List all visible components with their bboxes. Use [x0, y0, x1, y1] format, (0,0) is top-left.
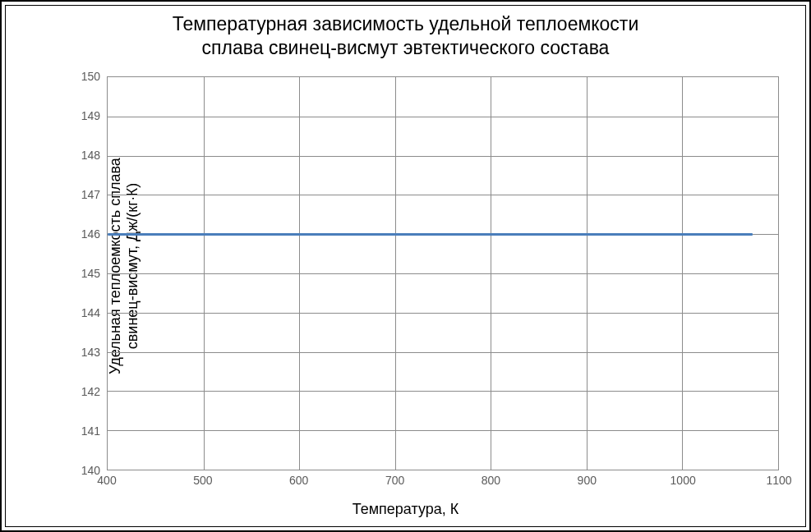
- y-tick-label: 148: [81, 149, 100, 162]
- chart-title-line2: сплава свинец-висмут эвтектического сост…: [202, 37, 610, 58]
- y-tick-label: 141: [81, 424, 100, 438]
- chart-inner-frame: Температурная зависимость удельной тепло…: [5, 5, 806, 527]
- data-series-line: [108, 233, 753, 236]
- x-axis-ticks: 40050060070080090010001100: [107, 474, 779, 490]
- y-tick-label: 146: [81, 227, 100, 241]
- x-tick-label: 1000: [670, 474, 696, 487]
- plot-area: [107, 76, 779, 470]
- x-tick-label: 800: [482, 474, 500, 487]
- y-tick-label: 149: [81, 109, 100, 122]
- grid-horizontal: [108, 156, 778, 157]
- x-axis-label: Температура, К: [6, 501, 805, 518]
- chart-title-line1: Температурная зависимость удельной тепло…: [173, 13, 639, 34]
- y-tick-label: 142: [81, 385, 100, 398]
- grid-horizontal: [108, 391, 778, 392]
- grid-horizontal: [108, 313, 778, 314]
- y-tick-label: 147: [81, 188, 100, 201]
- x-tick-label: 400: [97, 474, 116, 487]
- grid-horizontal: [108, 430, 778, 431]
- grid-horizontal: [108, 195, 778, 195]
- grid-horizontal: [108, 273, 778, 274]
- x-tick-label: 900: [578, 474, 597, 487]
- y-tick-label: 144: [81, 306, 100, 319]
- x-tick-label: 1100: [766, 474, 791, 487]
- y-axis-ticks: 140141142143144145146147148149150: [76, 76, 104, 470]
- grid-horizontal: [108, 352, 778, 353]
- grid-horizontal: [108, 117, 778, 117]
- chart-title: Температурная зависимость удельной тепло…: [6, 12, 805, 60]
- y-tick-label: 150: [81, 70, 100, 83]
- x-tick-label: 600: [289, 474, 308, 487]
- x-tick-label: 700: [385, 474, 404, 487]
- y-tick-label: 143: [81, 346, 100, 359]
- x-tick-label: 500: [193, 474, 212, 487]
- y-tick-label: 145: [81, 267, 100, 280]
- chart-outer-frame: Температурная зависимость удельной тепло…: [0, 0, 811, 532]
